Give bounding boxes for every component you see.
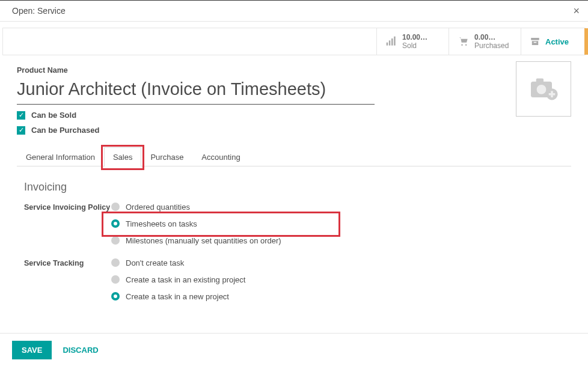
ribbon-strip [584,28,588,55]
cart-icon [458,35,470,47]
radio-icon [111,236,120,245]
svg-rect-2 [391,38,393,46]
modal-header: Open: Service × [0,0,588,22]
camera-plus-icon [527,76,560,102]
radio-timesheets-on-tasks[interactable]: Timesheets on tasks [109,216,286,232]
stat-sold[interactable]: 10.00… Sold [376,28,449,55]
radio-ordered-quantities[interactable]: Ordered quantities [111,202,281,213]
sold-value: 10.00… [402,33,427,41]
product-name-input[interactable]: Junior Architect (Invoice on Timesheets) [17,78,375,105]
can-be-purchased-row[interactable]: ✓ Can be Purchased [17,126,571,135]
active-label: Active [545,37,569,46]
svg-point-5 [465,44,467,46]
discard-button[interactable]: DISCARD [63,346,98,355]
stat-bar: 10.00… Sold 0.00… Purchased Active [2,28,586,55]
purchased-label: Purchased [474,41,509,50]
can-be-sold-label: Can be Sold [31,111,76,120]
radio-label: Create a task in an existing project [126,275,245,285]
svg-rect-6 [531,38,539,40]
svg-rect-8 [534,42,537,43]
radio-label: Milestones (manually set quantities on o… [126,236,281,246]
checkbox-checked-icon: ✓ [17,111,25,120]
radio-milestones[interactable]: Milestones (manually set quantities on o… [111,236,281,246]
svg-rect-14 [549,93,556,96]
image-upload[interactable] [516,61,571,117]
radio-icon [111,292,120,300]
radio-icon [111,275,120,284]
stat-active[interactable]: Active [521,28,586,55]
radio-dont-create-task[interactable]: Don't create task [111,258,245,269]
archive-icon [530,36,541,47]
radio-label: Timesheets on tasks [126,219,197,230]
tab-purchase[interactable]: Purchase [141,147,192,166]
radio-label: Create a task in a new project [126,291,229,302]
tab-accounting[interactable]: Accounting [192,147,249,166]
radio-new-project[interactable]: Create a task in a new project [111,291,245,302]
svg-rect-0 [387,43,388,46]
radio-icon [111,258,120,267]
label-service-tracking: Service Tracking [24,258,111,267]
sold-label: Sold [402,41,427,50]
radio-icon [111,219,120,228]
can-be-purchased-label: Can be Purchased [31,126,99,135]
radio-icon [111,203,120,211]
product-name-label: Product Name [17,66,571,75]
modal-footer: SAVE DISCARD [0,333,588,366]
radio-group-service-tracking: Don't create task Create a task in an ex… [111,258,245,303]
modal-title: Open: Service [12,6,66,16]
radio-label: Ordered quantities [126,202,190,213]
tab-sales[interactable]: Sales [104,147,142,166]
label-invoicing-policy: Service Invoicing Policy [24,202,111,212]
svg-rect-1 [389,40,391,45]
svg-rect-3 [394,37,396,46]
save-button[interactable]: SAVE [12,341,52,359]
radio-group-invoicing-policy: Ordered quantities Timesheets on tasks M… [111,202,281,247]
svg-rect-7 [532,41,539,45]
bars-icon [385,35,397,47]
svg-point-11 [537,85,547,94]
tabs: General Information Sales Purchase Accou… [17,147,571,166]
stat-purchased[interactable]: 0.00… Purchased [449,28,521,55]
checkbox-checked-icon: ✓ [17,126,25,135]
tab-general-information[interactable]: General Information [17,147,104,166]
radio-label: Don't create task [126,258,184,269]
svg-point-4 [461,44,463,46]
svg-rect-10 [536,79,544,83]
purchased-value: 0.00… [474,33,509,41]
close-icon[interactable]: × [573,5,580,16]
can-be-sold-row[interactable]: ✓ Can be Sold [17,111,571,120]
section-title-invoicing: Invoicing [24,181,564,194]
radio-existing-project[interactable]: Create a task in an existing project [111,275,245,285]
